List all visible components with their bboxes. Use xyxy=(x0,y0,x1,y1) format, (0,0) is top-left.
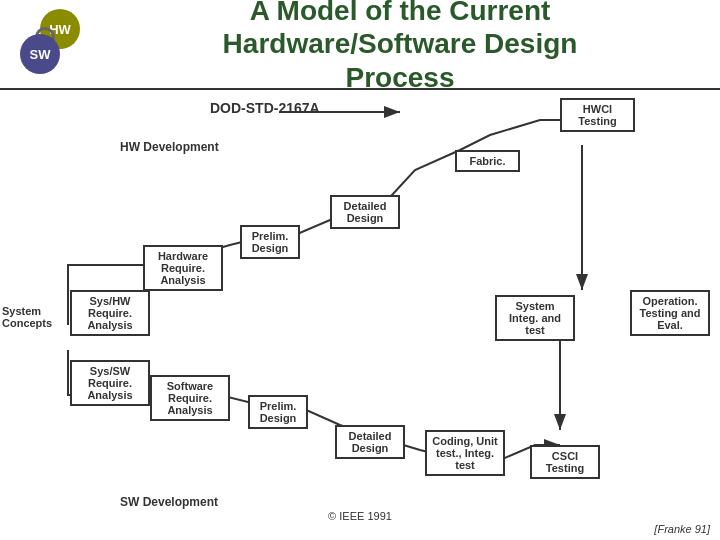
header: HW SW A Model of the Current Hardware/So… xyxy=(0,0,720,90)
detailed-design-top-box: Detailed Design xyxy=(330,195,400,229)
csci-testing-box: CSCI Testing xyxy=(530,445,600,479)
title-line2: Hardware/Software Design xyxy=(223,28,578,59)
sys-hw-require-box: Sys/HW Require. Analysis xyxy=(70,290,150,336)
hw-development-label: HW Development xyxy=(120,140,219,154)
system-integ-box: System Integ. and test xyxy=(495,295,575,341)
detailed-design-bottom-box: Detailed Design xyxy=(335,425,405,459)
page-title: A Model of the Current Hardware/Software… xyxy=(100,0,700,94)
operation-box: Operation. Testing and Eval. xyxy=(630,290,710,336)
logo-area: HW SW xyxy=(20,9,100,79)
hwci-testing-box: HWCl Testing xyxy=(560,98,635,132)
citation-text: [Franke 91] xyxy=(654,523,710,535)
hardware-require-box: Hardware Require. Analysis xyxy=(143,245,223,291)
diagram: DOD-STD-2167A HWCl Testing HW Developmen… xyxy=(0,90,720,540)
system-concepts-label: System Concepts xyxy=(2,305,67,329)
dod-label: DOD-STD-2167A xyxy=(210,100,320,116)
sw-logo: SW xyxy=(20,34,60,74)
sys-sw-require-box: Sys/SW Require. Analysis xyxy=(70,360,150,406)
title-line3: Process xyxy=(346,62,455,93)
prelim-design-bottom-box: Prelim. Design xyxy=(248,395,308,429)
coding-box: Coding, Unit test., Integ. test xyxy=(425,430,505,476)
prelim-design-top-box: Prelim. Design xyxy=(240,225,300,259)
sw-require-box: Software Require. Analysis xyxy=(150,375,230,421)
fabric-box: Fabric. xyxy=(455,150,520,172)
sw-development-label: SW Development xyxy=(120,495,218,509)
title-line1: A Model of the Current xyxy=(250,0,551,26)
copyright-text: © IEEE 1991 xyxy=(328,510,392,522)
